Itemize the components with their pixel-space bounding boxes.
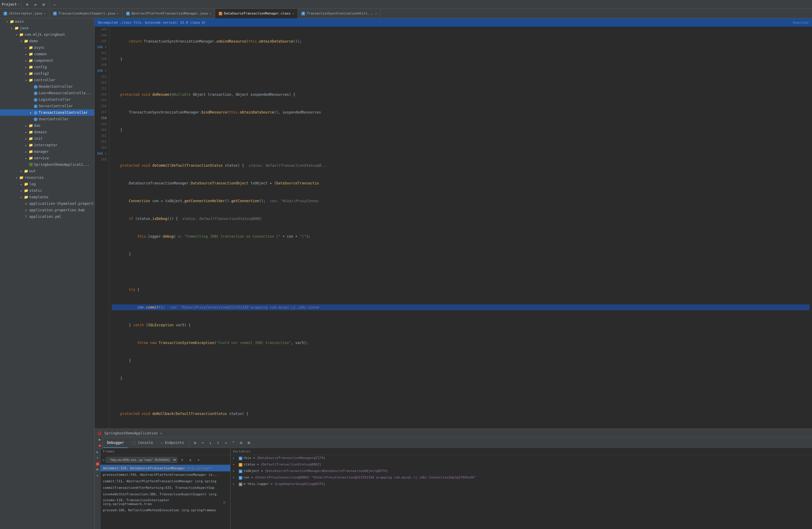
frames-close-btn[interactable]: ✕ (95, 473, 100, 478)
download-button[interactable]: Download (793, 21, 809, 25)
expand-arrow: ▸ (24, 150, 28, 153)
tree-item-demo[interactable]: ▾ 📁 demo (0, 38, 94, 44)
var-item-status[interactable]: ▸ ! status = {DefaultTransactionStatus@8… (231, 462, 812, 468)
folder-icon: 📁 (28, 45, 33, 49)
debug-panel: 🐞 SpringbootDemoApplication ✕ ▶ ■ Debugg… (95, 429, 812, 529)
tab-AbstractPlatformTransactionManager[interactable]: J AbstractPlatformTransactionManager.jav… (122, 9, 215, 18)
var-item-this[interactable]: ▸ = this = {DataSourceTransactionManager… (231, 455, 812, 462)
tree-item-main[interactable]: ▾ 📁 main (0, 18, 94, 25)
tree-item-java[interactable]: ▾ 📁 java (0, 25, 94, 31)
tree-item-TransactionalController[interactable]: ▸ ⬤ TransactionalController (0, 109, 94, 116)
run-to-cursor-btn[interactable]: ⇒ (222, 439, 229, 446)
frame-item-invokeWithinTransaction[interactable]: invokeWithinTransaction:386, Transaction… (100, 491, 230, 497)
structure-btn[interactable]: ⇌ (32, 1, 39, 8)
prop-file-icon: ⚙ (24, 202, 28, 206)
tree-item-LearnResourceController[interactable]: ⬤ LearnResourceControlle... (0, 90, 94, 96)
expand-icon: ▸ (233, 482, 237, 486)
more-frames-btn[interactable]: ⊡ (221, 499, 228, 506)
close-icon[interactable]: ✕ (375, 12, 377, 15)
filter-btn[interactable]: ▽ (178, 456, 186, 463)
minus-btn[interactable]: — (51, 1, 58, 8)
code-line-150: protected void doCommit(DefaultTransacti… (112, 162, 810, 169)
tree-item-config2[interactable]: ▸ 📁 config2 (0, 70, 94, 77)
tree-item-templates[interactable]: ▸ 📁 templates (0, 194, 94, 200)
tree-label: ServerController (39, 104, 73, 108)
frame-item-processCommit[interactable]: processCommit:743, AbstractPlatformTrans… (100, 471, 230, 478)
code-editor[interactable]: 143 144 145 146 ↑ 147 148 149 150 ↑ 151 … (95, 27, 812, 429)
frames-panel: Frames ⊕ "http-nio-8081-exe...up "main":… (100, 448, 231, 529)
close-icon[interactable]: ✕ (292, 12, 294, 15)
expand-arrow: ▸ (24, 137, 28, 140)
tree-item-config[interactable]: ▸ 📁 config (0, 64, 94, 70)
tree-item-component[interactable]: ▸ 📁 component (0, 57, 94, 64)
tree-item-out[interactable]: ▸ 📁 out (0, 168, 94, 174)
sort-btn[interactable]: ⇅ (187, 456, 194, 463)
tree-item-init[interactable]: ▸ 📁 init (0, 135, 94, 142)
var-item-con[interactable]: ▸ = con = {HikariProxyConnection@8886} "… (231, 475, 812, 481)
frame-item-invoke[interactable]: invoke:118, TransactionInterceptor (org.… (100, 497, 230, 507)
tree-item-com-mljk[interactable]: ▾ 📁 com.mljk.springboot (0, 31, 94, 38)
resume-left-btn[interactable]: ▶ (95, 449, 100, 455)
evaluate-btn[interactable]: ⌃ (230, 439, 237, 446)
tab-console[interactable]: ⬛ Console (128, 438, 157, 448)
tree-item-service[interactable]: ▸ 📁 service (0, 155, 94, 161)
step-over-btn[interactable]: ↷ (199, 439, 206, 446)
tab-TransactionAspectSupport[interactable]: J TransactionAspectSupport.java ✕ (50, 9, 122, 18)
tree-item-LoginController[interactable]: ⬤ LoginController (0, 96, 94, 103)
frame-method: commitTransactionAfterReturning:633, Tra… (103, 486, 215, 490)
breakpoints-btn[interactable]: ⬤ (95, 461, 100, 466)
tab-nInterceptor[interactable]: J nInterceptor.java ✕ (0, 9, 50, 18)
tree-item-controller[interactable]: ▾ 📁 controller (0, 77, 94, 83)
tree-item-application-yml[interactable]: Y application.yml (0, 213, 94, 220)
settings-btn[interactable]: ⚙ (40, 1, 47, 8)
stop-btn[interactable]: ■ (97, 443, 103, 448)
tree-item-applicatiion-thymeleaf[interactable]: ⚙ applicatiion-thymeleaf.properties (0, 200, 94, 207)
frame-item-commit[interactable]: commit:711, AbstractPlatformTransactionM… (100, 478, 230, 484)
tree-item-domain[interactable]: ▸ 📁 domain (0, 129, 94, 135)
close-icon[interactable]: ✕ (117, 12, 119, 15)
expand-icon: ▸ (233, 456, 237, 460)
close-icon[interactable]: ✕ (44, 12, 46, 15)
tree-item-UserController[interactable]: ⬤ UserController (0, 116, 94, 122)
tab-TransactionSynchronizationUtils[interactable]: J TransactionSynchronizationUtils... ✕ (298, 9, 381, 18)
tree-item-interceptor[interactable]: ▸ 📁 interceptor (0, 142, 94, 148)
debug-icon: 🐞 (97, 431, 102, 435)
tab-debugger[interactable]: Debugger (103, 438, 128, 448)
debug-close-icon[interactable]: ✕ (160, 431, 162, 435)
step-into-btn[interactable]: ↓ (207, 439, 214, 446)
frame-item-commitTransactionAfterReturning[interactable]: commitTransactionAfterReturning:633, Tra… (100, 484, 230, 491)
tree-item-async[interactable]: ▸ 📁 async (0, 44, 94, 51)
watches-btn[interactable]: 👁 (95, 467, 100, 472)
var-value: {LogAdapter$Log4jLog@8375} (275, 482, 325, 486)
step-btn[interactable]: ⬇ (95, 455, 100, 460)
tree-item-resources[interactable]: ▾ 📁 resources (0, 174, 94, 181)
tree-item-SpringbootDemoApplication[interactable]: 🌿 SpringbootDemoApplicati... (0, 161, 94, 168)
code-line-152: Connection con = txObject.getConnectionH… (112, 198, 810, 204)
frame-item-proceed[interactable]: proceed:186, ReflectiveMethodInvocation … (100, 507, 230, 513)
add-btn[interactable]: ⊕ (24, 1, 31, 8)
tree-item-dao[interactable]: ▸ 📁 dao (0, 122, 94, 129)
close-icon[interactable]: ✕ (209, 12, 211, 15)
restore-btn[interactable]: ⊞ (245, 439, 252, 446)
var-item-txObject[interactable]: ▸ = txObject = {DataSourceTransactionMan… (231, 468, 812, 475)
more-btn[interactable]: ⊡ (237, 439, 245, 446)
editor-tab-bar: J nInterceptor.java ✕ J TransactionAspec… (0, 9, 812, 18)
tab-DataSourceTransactionManager[interactable]: C DataSourceTransactionManager.class ✕ (215, 9, 298, 18)
tree-item-manager[interactable]: ▸ 📁 manager (0, 148, 94, 155)
var-item-this-logger[interactable]: ▸ ∞ ∞ this.logger = {LogAdapter$Log4jLog… (231, 481, 812, 488)
resume-btn[interactable]: ▶ (97, 437, 103, 442)
tree-item-ServerController[interactable]: ⬤ ServerController (0, 103, 94, 109)
add-frame-btn[interactable]: + (195, 456, 202, 463)
tree-item-HeaderController[interactable]: ⬤ HeaderController (0, 83, 94, 90)
tree-item-application-properties-bak[interactable]: ⚙ application.properties.bak (0, 207, 94, 213)
project-sidebar: ▾ 📁 main ▾ 📁 java ▾ 📁 com.mljk.springboo… (0, 18, 95, 529)
tree-item-static[interactable]: ▸ 📁 static (0, 187, 94, 194)
expand-arrow: ▸ (19, 196, 24, 199)
step-out-btn[interactable]: ↑ (215, 439, 222, 446)
thread-dropdown[interactable]: "http-nio-8081-exe...up "main": RUNNING (106, 457, 177, 463)
tree-item-log[interactable]: ▸ 📁 log (0, 181, 94, 187)
frame-item-doCommit[interactable]: doCommit:329, DataSourceTransactionManag… (100, 465, 230, 471)
tab-endpoints[interactable]: ⬦ Endpoints (157, 438, 188, 448)
settings-debug-btn[interactable]: ≡ (191, 439, 199, 446)
tree-item-common[interactable]: ▸ 📁 common (0, 51, 94, 57)
